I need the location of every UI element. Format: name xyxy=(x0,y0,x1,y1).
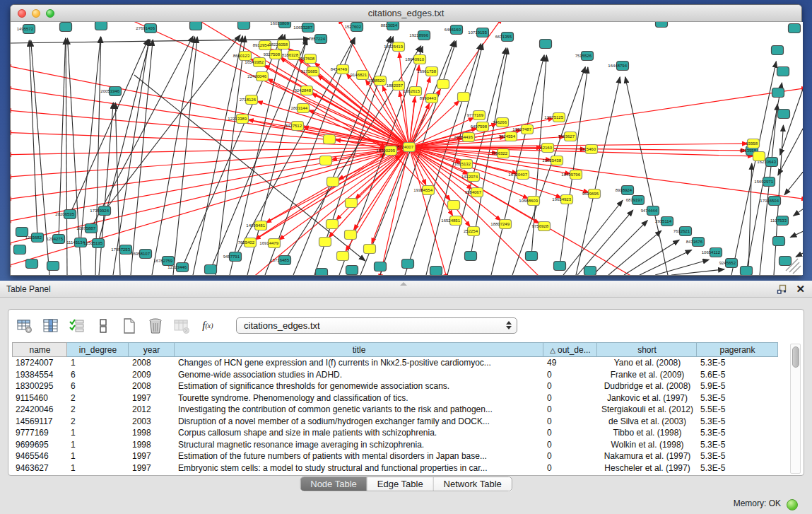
network-window[interactable]: citations_edges.txt 18724007149557227691… xyxy=(10,4,802,276)
table-row[interactable]: 1456911722003Disruption of a novel membe… xyxy=(12,416,789,428)
table-row[interactable]: 969969511998Structural magnetic resonanc… xyxy=(12,439,789,451)
graph-node[interactable] xyxy=(190,22,202,30)
graph-node[interactable] xyxy=(584,267,596,276)
graph-node[interactable] xyxy=(26,259,38,269)
graph-node[interactable] xyxy=(772,46,784,55)
graph-node[interactable] xyxy=(779,257,792,266)
table-cell: Yano et al. (2008) xyxy=(597,357,697,369)
graph-node[interactable] xyxy=(526,252,538,261)
table-panel-title: Table Panel xyxy=(6,281,51,298)
graph-node[interactable] xyxy=(448,201,460,210)
graph-node-label: 9115460 xyxy=(579,147,596,151)
show-columns-icon[interactable] xyxy=(42,317,60,335)
graph-node[interactable] xyxy=(772,88,784,98)
graph-node[interactable] xyxy=(777,67,789,76)
column-header-out_de[interactable]: △out_de... xyxy=(543,342,597,357)
graph-node-label: 1588520 xyxy=(368,78,385,83)
graph-node[interactable] xyxy=(326,220,339,229)
graph-edge xyxy=(796,248,803,257)
graph-node[interactable] xyxy=(540,40,552,49)
graph-node-label: 18640910 xyxy=(405,57,424,62)
graph-node[interactable] xyxy=(402,259,414,269)
graph-node-label: 12213389 xyxy=(228,117,247,121)
column-header-year[interactable]: year xyxy=(129,342,175,357)
graph-node[interactable] xyxy=(324,135,336,144)
table-cell: 49 xyxy=(543,357,597,369)
window-titlebar[interactable]: citations_edges.txt xyxy=(11,5,801,22)
tab-edge-table[interactable]: Edge Table xyxy=(367,477,434,491)
table-panel-titlebar[interactable]: Table Panel ✕ xyxy=(0,281,812,298)
graph-node[interactable] xyxy=(773,237,785,246)
graph-node[interactable] xyxy=(656,22,668,28)
graph-node[interactable] xyxy=(554,262,566,271)
graph-node[interactable] xyxy=(430,267,442,276)
table-row[interactable]: 946554611997Estimation of the future num… xyxy=(12,450,789,462)
graph-node[interactable] xyxy=(753,152,765,161)
table-row[interactable]: 1938455462009Genome-wide association stu… xyxy=(12,369,789,381)
toggle-row-icon[interactable] xyxy=(94,317,112,335)
tab-network-table[interactable]: Network Table xyxy=(434,477,512,491)
graph-node[interactable] xyxy=(337,252,349,261)
graph-node[interactable] xyxy=(60,23,72,32)
graph-node[interactable] xyxy=(789,24,801,33)
graph-node[interactable] xyxy=(437,80,449,89)
memory-status-indicator[interactable] xyxy=(787,499,798,510)
graph-node[interactable] xyxy=(778,110,790,119)
graph-node[interactable] xyxy=(319,238,331,247)
function-builder-icon[interactable]: f(x) xyxy=(199,317,217,335)
graph-node-label: 16448794 xyxy=(608,64,627,68)
graph-node[interactable] xyxy=(346,266,358,275)
graph-node[interactable] xyxy=(316,269,328,276)
graph-node-label: 2718126 xyxy=(240,98,257,102)
graph-node[interactable] xyxy=(238,22,250,30)
network-canvas[interactable]: 1872400714955722769140616033809106532877… xyxy=(11,22,803,275)
graph-node[interactable] xyxy=(345,230,357,240)
table-vertical-scrollbar[interactable] xyxy=(790,344,801,474)
table-row[interactable]: 1830029562008Estimation of significance … xyxy=(12,380,789,392)
graph-node[interactable] xyxy=(205,265,217,274)
graph-node[interactable] xyxy=(375,262,387,271)
column-header-short[interactable]: short xyxy=(597,342,697,357)
column-header-title[interactable]: title xyxy=(175,342,543,357)
graph-node[interactable] xyxy=(346,199,358,208)
new-table-icon[interactable] xyxy=(120,317,139,335)
graph-node[interactable] xyxy=(465,252,477,261)
table-row[interactable]: 2242004622012Investigating the contribut… xyxy=(12,404,789,416)
graph-node-label: 20206535 xyxy=(55,212,74,216)
column-header-in_degree[interactable]: in_degree xyxy=(67,342,129,357)
table-row[interactable]: 977716911998Corpus callosum shape and si… xyxy=(12,427,789,439)
close-panel-icon[interactable]: ✕ xyxy=(796,284,805,295)
sort-ascending-icon: △ xyxy=(550,346,555,354)
graph-node-label: 2803144 xyxy=(291,106,308,110)
column-header-name[interactable]: name xyxy=(12,342,67,357)
graph-node[interactable] xyxy=(14,245,26,255)
graph-node[interactable] xyxy=(320,156,332,165)
graph-node-label: 18724007 xyxy=(394,145,413,149)
graph-node[interactable] xyxy=(741,267,753,276)
graph-edge xyxy=(563,200,623,275)
table-options-icon[interactable] xyxy=(16,317,34,335)
column-header-pagerank[interactable]: pagerank xyxy=(697,342,778,357)
table-row[interactable]: 1872400712008Changes of HCN gene express… xyxy=(12,357,789,369)
graph-node[interactable] xyxy=(47,262,59,271)
graph-node[interactable] xyxy=(364,245,376,254)
graph-node-label: 20053346 xyxy=(100,89,119,93)
select-columns-icon[interactable] xyxy=(68,317,86,335)
table-selector-dropdown[interactable]: citations_edges.txt xyxy=(236,317,517,334)
table-panel: Table Panel ✕ xyxy=(0,281,812,514)
graph-node-label: 1882037 xyxy=(387,83,404,88)
table-row[interactable]: 911546021997Tourette syndrome. Phenomeno… xyxy=(12,392,789,404)
graph-node-label: 9756928 xyxy=(532,224,549,228)
graph-node-label: 12323446 xyxy=(167,265,187,269)
table-row[interactable]: 946362711997Embryonic stem cells: a mode… xyxy=(12,462,789,474)
graph-node[interactable] xyxy=(327,177,339,187)
tab-node-table[interactable]: Node Table xyxy=(300,477,367,491)
graph-node[interactable] xyxy=(458,93,470,102)
delete-table-icon[interactable] xyxy=(146,317,165,335)
scrollbar-thumb[interactable] xyxy=(792,346,799,368)
table-panel-body: f(x) citations_edges.txt namein_degreeye… xyxy=(8,309,804,476)
splitter-handle-icon[interactable] xyxy=(400,282,407,286)
float-panel-icon[interactable] xyxy=(777,284,787,295)
table-cell: 0 xyxy=(543,369,597,381)
graph-node[interactable] xyxy=(95,22,107,30)
